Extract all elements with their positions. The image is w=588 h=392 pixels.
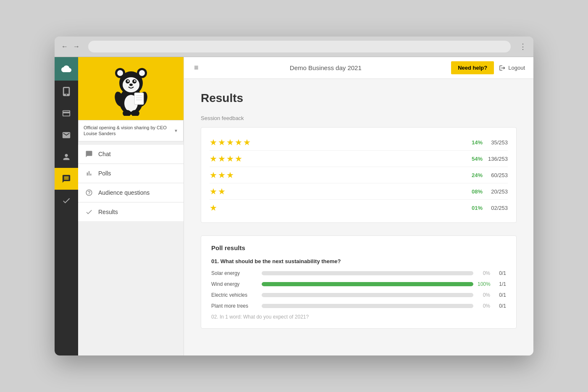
feedback-row-1: ★ 01% 02/253 <box>210 200 508 216</box>
forward-button[interactable]: → <box>73 43 80 50</box>
svg-point-10 <box>127 80 129 82</box>
count-trees: 0/1 <box>494 303 506 309</box>
pct-electric: 0% <box>478 292 490 298</box>
svg-point-5 <box>117 70 123 76</box>
sidebar-item-user[interactable] <box>55 146 78 168</box>
logout-button[interactable]: Logout <box>499 65 525 71</box>
poll-question-number: 01. <box>211 258 219 264</box>
logout-icon <box>499 65 506 71</box>
feedback-row-5: ★★★★★ 14% 35/253 <box>210 134 508 151</box>
poll-option-electric: Electric vehicles 0% 0/1 <box>211 292 506 298</box>
browser-chrome: ← → ⋮ <box>55 37 533 57</box>
bar-solar <box>262 271 473 275</box>
pct-2: 08% <box>467 188 483 195</box>
back-button[interactable]: ← <box>61 43 68 50</box>
mascot-image <box>110 61 152 116</box>
stars-2: ★★ <box>210 186 467 196</box>
results-heading: Results <box>201 91 517 105</box>
svg-point-12 <box>129 84 133 86</box>
tablet-icon <box>62 87 71 96</box>
feedback-container: ★★★★★ 14% 35/253 ★★★★ 54% 136/253 ★★★ <box>201 127 517 223</box>
poll-question-1: 01. What should be the next sustainabili… <box>211 258 506 264</box>
card-icon <box>62 109 71 118</box>
logout-label: Logout <box>508 65 525 71</box>
count-wind: 1/1 <box>494 281 506 287</box>
pct-solar: 0% <box>478 270 490 276</box>
bar-trees <box>262 304 473 308</box>
url-bar[interactable] <box>88 41 511 52</box>
chat-icon <box>62 174 71 183</box>
bar-fill-wind <box>262 282 473 286</box>
session-panel: Official opening & vision sharing by CEO… <box>78 57 184 355</box>
content-area: Results Session feedback ★★★★★ 14% 35/25… <box>184 79 533 355</box>
cloud-icon <box>61 64 71 74</box>
poll-option-solar: Solar energy 0% 0/1 <box>211 270 506 276</box>
svg-point-11 <box>134 80 136 82</box>
pct-4: 54% <box>467 156 483 162</box>
polls-nav-icon <box>85 169 93 178</box>
poll-option-trees: Plant more trees 0% 0/1 <box>211 303 506 309</box>
sidebar-item-chat[interactable] <box>55 168 78 190</box>
bar-wind <box>262 282 473 286</box>
chat-nav-label: Chat <box>98 151 111 157</box>
session-feedback-section: Session feedback ★★★★★ 14% 35/253 ★★★★ 5… <box>201 115 517 223</box>
count-electric: 0/1 <box>494 292 506 298</box>
poll-results-section: Poll results 01. What should be the next… <box>201 235 517 329</box>
option-label-trees: Plant more trees <box>211 303 257 309</box>
stars-3: ★★★ <box>210 170 467 180</box>
topbar: ≡ Demo Business day 2021 Need help? Logo… <box>184 57 533 79</box>
count-5: 35/253 <box>483 139 508 146</box>
feedback-row-2: ★★ 08% 20/253 <box>210 183 508 200</box>
stars-5: ★★★★★ <box>210 137 467 147</box>
page-title: Demo Business day 2021 <box>205 64 446 71</box>
bar-electric <box>262 293 473 297</box>
nav-item-audience[interactable]: Audience questions <box>78 183 184 202</box>
option-label-wind: Wind energy <box>211 281 257 287</box>
sidebar-item-card[interactable] <box>55 102 78 124</box>
stars-1: ★ <box>210 203 467 213</box>
feedback-row-4: ★★★★ 54% 136/253 <box>210 151 508 167</box>
count-1: 02/253 <box>483 205 508 211</box>
session-label: Official opening & vision sharing by CEO… <box>84 125 172 137</box>
results-nav-icon <box>85 208 93 216</box>
count-4: 136/253 <box>483 156 508 162</box>
main-content: ≡ Demo Business day 2021 Need help? Logo… <box>184 57 533 355</box>
svg-rect-15 <box>134 93 144 105</box>
pct-1: 01% <box>467 205 483 211</box>
pct-3: 24% <box>467 172 483 178</box>
nav-item-chat[interactable]: Chat <box>78 145 184 163</box>
check-icon <box>62 196 71 205</box>
results-nav-label: Results <box>98 209 118 215</box>
user-icon <box>62 152 71 162</box>
poll-option-wind: Wind energy 100% 1/1 <box>211 281 506 287</box>
nav-item-polls[interactable]: Polls <box>78 164 184 183</box>
stars-4: ★★★★ <box>210 154 467 164</box>
option-label-electric: Electric vehicles <box>211 292 257 298</box>
count-2: 20/253 <box>483 188 508 195</box>
sidebar-item-check[interactable] <box>55 190 78 212</box>
nav-item-results[interactable]: Results <box>78 203 184 221</box>
next-question-hint: 02. In 1 word: What do you expect of 202… <box>211 314 506 320</box>
option-label-solar: Solar energy <box>211 270 257 276</box>
hamburger-button[interactable]: ≡ <box>192 62 200 74</box>
sidebar-logo[interactable] <box>55 57 78 81</box>
svg-point-6 <box>139 70 145 76</box>
session-selector[interactable]: Official opening & vision sharing by CEO… <box>78 120 184 141</box>
nav-menu: Chat Polls Audienc <box>78 141 184 225</box>
audience-nav-label: Audience questions <box>98 189 150 196</box>
count-3: 60/253 <box>483 172 508 178</box>
feedback-row-3: ★★★ 24% 60/253 <box>210 167 508 183</box>
session-feedback-label: Session feedback <box>201 115 517 121</box>
sidebar <box>55 57 78 355</box>
need-help-button[interactable]: Need help? <box>451 61 494 74</box>
pct-wind: 100% <box>478 281 490 287</box>
sidebar-item-tablet[interactable] <box>55 81 78 102</box>
poll-question-text: What should be the next sustainability t… <box>220 258 341 264</box>
poll-results-title: Poll results <box>211 244 506 251</box>
polls-nav-label: Polls <box>98 170 111 177</box>
sidebar-item-mail[interactable] <box>55 124 78 146</box>
dropdown-arrow-icon: ▼ <box>174 128 178 133</box>
session-banner <box>78 57 184 120</box>
browser-menu-icon[interactable]: ⋮ <box>519 42 527 51</box>
pct-trees: 0% <box>478 303 490 309</box>
